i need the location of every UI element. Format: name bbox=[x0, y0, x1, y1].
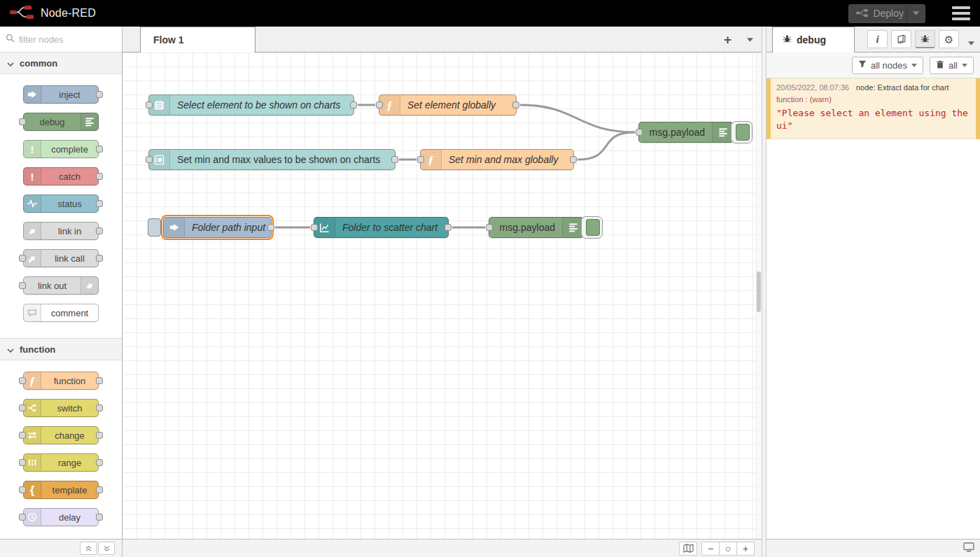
flow-list-caret[interactable] bbox=[747, 38, 753, 42]
palette-node-body: ƒfunction bbox=[23, 372, 99, 390]
filter-nodes-button[interactable]: all nodes bbox=[852, 57, 923, 74]
palette-category-common[interactable]: common bbox=[0, 52, 122, 74]
zoom-reset-button[interactable]: ○ bbox=[719, 542, 737, 556]
node-output-port[interactable] bbox=[267, 224, 274, 231]
node-input-port[interactable] bbox=[146, 101, 153, 108]
palette-node-body: delay bbox=[23, 508, 99, 526]
node-input-port[interactable] bbox=[417, 156, 424, 163]
zoom-in-button[interactable]: + bbox=[736, 542, 755, 556]
sidebar-resize-handle[interactable] bbox=[762, 27, 766, 557]
config-tab-button[interactable]: ⚙ bbox=[939, 30, 959, 48]
clear-messages-button[interactable]: all bbox=[930, 57, 974, 74]
palette-node-range[interactable]: range bbox=[14, 453, 108, 472]
inject-trigger-button[interactable] bbox=[148, 218, 161, 237]
node-output-port bbox=[96, 227, 103, 234]
palette-node-template[interactable]: {template bbox=[14, 481, 108, 499]
navigator-button[interactable] bbox=[679, 542, 697, 556]
ui-form-icon bbox=[154, 155, 164, 165]
debug-toggle-state bbox=[736, 124, 750, 141]
palette-node-debug[interactable]: debug bbox=[14, 113, 108, 131]
canvas-footer: − ○ + bbox=[122, 539, 762, 557]
flow-node-fn_minmax[interactable]: ƒSet min and max globally bbox=[420, 149, 574, 170]
debug-message-list[interactable]: 20/05/2022, 08:07:36 node: Extract data … bbox=[766, 78, 980, 539]
node-output-port[interactable] bbox=[512, 101, 519, 108]
filter-label: all nodes bbox=[871, 60, 907, 71]
wire-fn_minmax-to-debug_top[interactable] bbox=[578, 132, 635, 160]
palette-node-link-call[interactable]: link call bbox=[14, 249, 108, 267]
node-input-port bbox=[19, 282, 26, 289]
sidebar-menu-caret[interactable] bbox=[968, 36, 974, 48]
collapse-all-button[interactable] bbox=[80, 542, 97, 555]
node-input-port bbox=[19, 514, 26, 521]
flow-node-ui_minmax[interactable]: Set min and max values to be shown on ch… bbox=[148, 149, 396, 170]
node-output-port[interactable] bbox=[350, 101, 357, 108]
open-in-window-icon[interactable] bbox=[963, 542, 974, 554]
palette-node-inject[interactable]: inject bbox=[14, 85, 108, 104]
tab-debug[interactable]: debug bbox=[772, 27, 855, 52]
palette-node-delay[interactable]: delay bbox=[14, 508, 108, 526]
palette-node-link-out[interactable]: link out bbox=[14, 276, 108, 295]
node-output-port[interactable] bbox=[444, 224, 451, 231]
zoom-out-button[interactable]: − bbox=[701, 542, 720, 556]
node-output-port[interactable] bbox=[570, 156, 577, 163]
flow-node-fn_element[interactable]: ƒSet element globally bbox=[379, 94, 517, 115]
node-input-port[interactable] bbox=[376, 101, 383, 108]
flow-node-label: msg.payload bbox=[489, 218, 562, 237]
flow-node-debug_bottom[interactable]: msg.payload bbox=[489, 217, 584, 238]
palette-node-complete[interactable]: !complete bbox=[14, 140, 108, 158]
debug-enable-toggle[interactable] bbox=[581, 216, 603, 239]
node-red-app: Node-RED Deploy bbox=[0, 0, 980, 557]
sidebar-tab-bar: debug i ⚙ bbox=[766, 27, 980, 52]
help-tab-button[interactable] bbox=[891, 30, 911, 48]
palette-node-body: range bbox=[23, 453, 99, 472]
palette-node-label: debug bbox=[24, 113, 80, 130]
workspace: Flow 1 + Select element to be shown on c… bbox=[122, 27, 762, 557]
node-input-port bbox=[19, 404, 26, 411]
wire-fn_element-to-debug_top[interactable] bbox=[520, 105, 635, 132]
node-output-port[interactable] bbox=[391, 156, 398, 163]
node-icon-zone bbox=[562, 218, 583, 237]
info-tab-button[interactable]: i bbox=[867, 30, 888, 48]
node-input-port[interactable] bbox=[636, 129, 643, 136]
debug-enable-toggle[interactable] bbox=[731, 121, 752, 143]
add-flow-button[interactable]: + bbox=[724, 33, 732, 46]
deploy-button[interactable]: Deploy bbox=[848, 4, 925, 23]
canvas-vertical-scrollbar[interactable] bbox=[756, 52, 762, 539]
palette-node-label: link out bbox=[24, 277, 80, 294]
node-input-port[interactable] bbox=[146, 156, 153, 163]
palette-node-body: {template bbox=[23, 481, 99, 499]
palette: commoninjectdebug!complete!catchstatusli… bbox=[0, 27, 122, 557]
palette-category-label: function bbox=[20, 344, 55, 355]
tab-flow-1[interactable]: Flow 1 bbox=[140, 27, 255, 52]
palette-node-function[interactable]: ƒfunction bbox=[14, 372, 108, 390]
exclamation-icon: ! bbox=[31, 171, 34, 182]
node-input-port[interactable] bbox=[486, 224, 493, 231]
flow-node-label: Folder path input bbox=[185, 218, 272, 237]
palette-node-switch[interactable]: switch bbox=[14, 399, 108, 417]
debug-sidebar: debug i ⚙ bbox=[766, 27, 980, 557]
canvas-scrollbar-thumb[interactable] bbox=[757, 272, 761, 312]
node-input-port[interactable] bbox=[311, 224, 318, 231]
flow-canvas[interactable]: Select element to be shown on chartsƒSet… bbox=[122, 52, 762, 539]
main-menu-button[interactable] bbox=[952, 6, 970, 20]
palette-node-catch[interactable]: !catch bbox=[14, 167, 108, 185]
debug-message-warn[interactable]: 20/05/2022, 08:07:36 node: Extract data … bbox=[766, 78, 980, 139]
chevron-down-icon bbox=[7, 344, 14, 355]
node-icon-zone bbox=[24, 400, 41, 416]
trash-icon bbox=[936, 60, 944, 71]
flow-node-ui_select[interactable]: Select element to be shown on charts bbox=[148, 94, 354, 115]
palette-scroll[interactable]: commoninjectdebug!complete!catchstatusli… bbox=[0, 52, 122, 539]
palette-category-function[interactable]: function bbox=[0, 338, 122, 360]
debug-tab-button[interactable] bbox=[915, 30, 935, 48]
flow-node-inject_folder[interactable]: Folder path input bbox=[163, 217, 272, 238]
flow-node-debug_top[interactable]: msg.payload bbox=[638, 122, 734, 143]
node-output-port bbox=[96, 173, 103, 180]
palette-node-change[interactable]: change bbox=[14, 426, 108, 444]
palette-node-comment[interactable]: comment bbox=[14, 304, 108, 322]
palette-node-status[interactable]: status bbox=[14, 195, 108, 213]
palette-node-link-in[interactable]: link in bbox=[14, 222, 108, 240]
message-payload: "Please select an element using the ui" bbox=[776, 107, 970, 132]
expand-all-button[interactable] bbox=[98, 542, 115, 555]
flow-node-scatter[interactable]: Folder to scatter chart bbox=[314, 217, 449, 238]
deploy-options-caret[interactable] bbox=[906, 5, 925, 22]
